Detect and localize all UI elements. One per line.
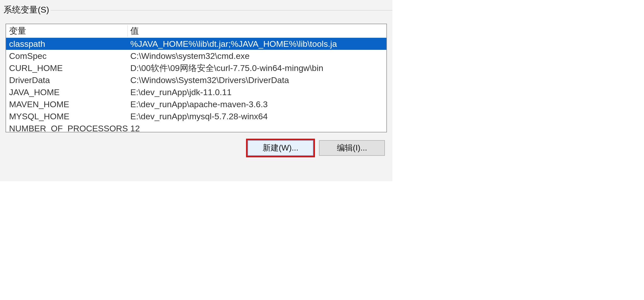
table-row[interactable]: DriverDataC:\Windows\System32\Drivers\Dr… <box>6 74 386 86</box>
variable-value-cell: D:\00软件\09网络安全\curl-7.75.0-win64-mingw\b… <box>128 62 386 74</box>
edit-button[interactable]: 编辑(I)... <box>319 140 385 156</box>
variable-name-cell: DriverData <box>6 74 128 86</box>
table-row[interactable]: ComSpecC:\Windows\system32\cmd.exe <box>6 50 386 62</box>
system-variables-list[interactable]: 变量 值 classpath%JAVA_HOME%\lib\dt.jar;%JA… <box>6 24 387 132</box>
variable-value-cell: E:\dev_runApp\apache-maven-3.6.3 <box>128 98 386 110</box>
variable-value-cell: 12 <box>128 122 386 131</box>
groupbox-divider <box>3 10 392 11</box>
column-header-variable[interactable]: 变量 <box>6 25 128 37</box>
table-row[interactable]: classpath%JAVA_HOME%\lib\dt.jar;%JAVA_HO… <box>6 38 386 50</box>
list-body: classpath%JAVA_HOME%\lib\dt.jar;%JAVA_HO… <box>6 38 386 132</box>
variable-name-cell: JAVA_HOME <box>6 86 128 98</box>
system-variables-panel: 系统变量(S) 变量 值 classpath%JAVA_HOME%\lib\dt… <box>0 0 392 181</box>
column-header-value[interactable]: 值 <box>128 25 386 37</box>
table-row[interactable]: JAVA_HOMEE:\dev_runApp\jdk-11.0.11 <box>6 86 386 98</box>
variable-value-cell: E:\dev_runApp\jdk-11.0.11 <box>128 86 386 98</box>
variable-name-cell: MYSQL_HOME <box>6 110 128 122</box>
groupbox-legend: 系统变量(S) <box>4 4 51 16</box>
variable-value-cell: %JAVA_HOME%\lib\dt.jar;%JAVA_HOME%\lib\t… <box>128 38 386 50</box>
table-row[interactable]: NUMBER_OF_PROCESSORS12 <box>6 122 386 131</box>
variable-name-cell: ComSpec <box>6 50 128 62</box>
table-row[interactable]: CURL_HOMED:\00软件\09网络安全\curl-7.75.0-win6… <box>6 62 386 74</box>
system-variables-groupbox: 系统变量(S) 变量 值 classpath%JAVA_HOME%\lib\dt… <box>0 10 392 181</box>
variable-value-cell: C:\Windows\System32\Drivers\DriverData <box>128 74 386 86</box>
table-row[interactable]: MAVEN_HOMEE:\dev_runApp\apache-maven-3.6… <box>6 98 386 110</box>
list-header: 变量 值 <box>6 24 386 38</box>
new-button[interactable]: 新建(W)... <box>248 140 313 156</box>
variable-name-cell: NUMBER_OF_PROCESSORS <box>6 122 128 131</box>
table-row[interactable]: MYSQL_HOMEE:\dev_runApp\mysql-5.7.28-win… <box>6 110 386 122</box>
variable-name-cell: CURL_HOME <box>6 62 128 74</box>
buttons-row: 新建(W)... 编辑(I)... <box>6 138 387 158</box>
variable-value-cell: E:\dev_runApp\mysql-5.7.28-winx64 <box>128 110 386 122</box>
variable-name-cell: classpath <box>6 38 128 50</box>
variable-name-cell: MAVEN_HOME <box>6 98 128 110</box>
variable-value-cell: C:\Windows\system32\cmd.exe <box>128 50 386 62</box>
